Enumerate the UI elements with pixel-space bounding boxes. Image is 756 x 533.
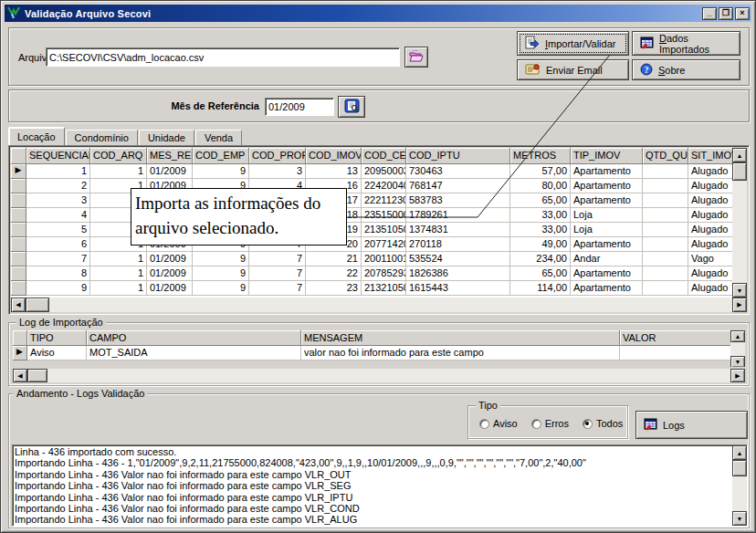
table-row[interactable]: 7101/2009972120011001535524234,00AndarVa… — [11, 252, 732, 266]
grid-cell: 1 — [26, 164, 90, 179]
logs-label: Logs — [663, 420, 685, 431]
grid-cell: Apartamento — [571, 164, 643, 179]
grid-header-selector — [11, 148, 26, 164]
grid-cell: 13 — [306, 164, 362, 179]
envelope-icon — [525, 63, 541, 77]
arquivo-input[interactable] — [46, 47, 400, 67]
table-row[interactable]: 8101/2009972220785293182638665,00Apartam… — [11, 266, 732, 281]
tab-condomínio[interactable]: Condomínio — [66, 130, 138, 145]
report-grid-icon — [644, 418, 657, 433]
column-header-cod_cep: COD_CEP — [362, 148, 406, 164]
mes-referencia-panel: Mês de Referência — [8, 89, 750, 122]
log-grid-cell: MOT_SAIDA — [87, 346, 301, 361]
grid-cell — [643, 266, 688, 281]
row-selector — [11, 252, 26, 266]
scroll-track[interactable] — [730, 342, 745, 356]
maximize-button[interactable]: ❐ — [719, 7, 733, 20]
log-column-header-campo: CAMPO — [87, 330, 301, 346]
vertical-scroll-thumb[interactable] — [732, 460, 747, 476]
dados-importados-button[interactable]: Dados Importados — [632, 31, 740, 56]
grid-cell: 270118 — [406, 237, 510, 252]
radio-icon[interactable] — [479, 419, 489, 429]
grid-cell: 21 — [306, 252, 362, 266]
scroll-right-icon[interactable]: ▶ — [730, 369, 745, 382]
log-table-row[interactable]: ▶AvisoMOT_SAIDAvalor nao foi informado p… — [13, 346, 730, 361]
grid-cell: 114,00 — [510, 281, 571, 296]
scroll-down-icon[interactable]: ▼ — [732, 283, 747, 298]
log-line: Importando Linha - 436 Valor nao foi inf… — [15, 492, 730, 503]
scroll-up-icon[interactable]: ▲ — [732, 445, 747, 460]
enviar-email-button[interactable]: Enviar Email — [517, 59, 629, 80]
grid-cell: 2 — [26, 179, 90, 193]
grid-cell: 7 — [249, 266, 306, 281]
mes-referencia-input[interactable] — [265, 98, 334, 116]
title-bar: Validação Arquivo Secovi _ ❐ × — [5, 5, 751, 22]
radio-icon[interactable] — [583, 419, 593, 429]
memo-vertical-scrollbar[interactable]: ▲ ▼ — [732, 445, 747, 526]
horizontal-scroll-thumb[interactable] — [27, 369, 47, 382]
table-row[interactable]: 9101/20099723213210501615443114,00Aparta… — [11, 281, 732, 296]
grid-cell: Alugado — [688, 179, 732, 193]
log-horizontal-scrollbar[interactable]: ◀ ▶ — [13, 369, 745, 382]
radio-option-todos[interactable]: Todos — [583, 418, 623, 429]
log-vertical-scrollbar[interactable]: ▲ ▼ — [730, 330, 745, 367]
browse-file-button[interactable] — [404, 47, 428, 68]
table-row[interactable]: 5101/2009971921351050137483133,00LojaAlu… — [11, 223, 732, 237]
grid-cell: 57,00 — [510, 164, 571, 179]
tab-locação[interactable]: Locação — [8, 127, 65, 145]
grid-cell: 33,00 — [510, 208, 571, 223]
scroll-up-icon[interactable]: ▲ — [732, 148, 747, 162]
grid-cell: 1 — [90, 164, 147, 179]
sobre-button[interactable]: ? Sobre — [632, 59, 740, 80]
grid-cell: 583783 — [406, 193, 510, 208]
grid-vertical-scrollbar[interactable]: ▲ ▼ — [732, 148, 747, 298]
log-line: Importando Linha - 436 Valor nao foi inf… — [15, 480, 730, 491]
minimize-button[interactable]: _ — [702, 7, 717, 20]
tipo-radio-row: AvisoErrosTodos — [479, 418, 623, 429]
scroll-left-icon[interactable]: ◀ — [11, 298, 26, 312]
scroll-right-icon[interactable]: ▶ — [732, 298, 747, 312]
grid-cell: 535524 — [406, 252, 510, 266]
table-row[interactable]: 4101/2009971823515000178926133,00LojaAlu… — [11, 208, 732, 223]
table-row[interactable]: 2101/200994162242004076814780,00Apartame… — [11, 179, 732, 193]
tooltip: Importa as informações do arquivo seleci… — [131, 188, 347, 246]
logs-button[interactable]: Logs — [635, 411, 748, 439]
validation-log-memo[interactable]: Linha - 436 importado com sucesso.Import… — [12, 444, 748, 527]
scroll-track[interactable] — [49, 298, 732, 312]
vertical-scroll-thumb[interactable] — [732, 162, 747, 181]
grid-cell: 1374831 — [406, 223, 510, 237]
grid-cell: 20011001 — [362, 252, 406, 266]
scroll-down-icon[interactable]: ▼ — [732, 511, 747, 526]
tab-venda[interactable]: Venda — [195, 130, 242, 145]
close-button[interactable]: × — [735, 7, 750, 20]
radio-icon[interactable] — [531, 419, 541, 429]
andamento-title: Andamento - Logs Validação — [14, 388, 147, 399]
calendar-search-icon — [344, 99, 360, 115]
grid-cell: Alugado — [688, 164, 732, 179]
column-header-cod_iptu: COD_IPTU — [406, 148, 510, 164]
grid-horizontal-scrollbar[interactable]: ◀ ▶ — [11, 298, 747, 312]
table-row[interactable]: ▶1101/200993132095000373046357,00Apartam… — [11, 164, 732, 179]
grid-cell — [643, 164, 688, 179]
scroll-left-icon[interactable]: ◀ — [13, 369, 27, 382]
radio-option-erros[interactable]: Erros — [531, 418, 569, 429]
table-row[interactable]: 6101/200997202077142027011849,00Apartame… — [11, 237, 732, 252]
scroll-up-icon[interactable]: ▲ — [730, 330, 745, 342]
row-selector — [11, 179, 26, 193]
scroll-track[interactable] — [732, 181, 747, 283]
scroll-track[interactable] — [47, 369, 730, 382]
scroll-track[interactable] — [732, 476, 747, 511]
importar-validar-label: Importar/Validar — [545, 38, 615, 49]
grid-cell — [643, 193, 688, 208]
importar-validar-button[interactable]: Importar/Validar — [517, 31, 629, 56]
scroll-down-icon[interactable]: ▼ — [730, 356, 745, 367]
grid-cell: 1789261 — [406, 208, 510, 223]
svg-text:?: ? — [645, 65, 649, 74]
grid-cell: 7 — [26, 252, 90, 266]
radio-option-aviso[interactable]: Aviso — [479, 418, 518, 429]
tab-unidade[interactable]: Unidade — [139, 130, 194, 145]
table-row[interactable]: 3101/200997172221123058378365,00Apartame… — [11, 193, 732, 208]
mes-referencia-label: Mês de Referência — [128, 100, 259, 111]
mes-lookup-button[interactable] — [338, 96, 365, 118]
horizontal-scroll-thumb[interactable] — [26, 298, 49, 312]
